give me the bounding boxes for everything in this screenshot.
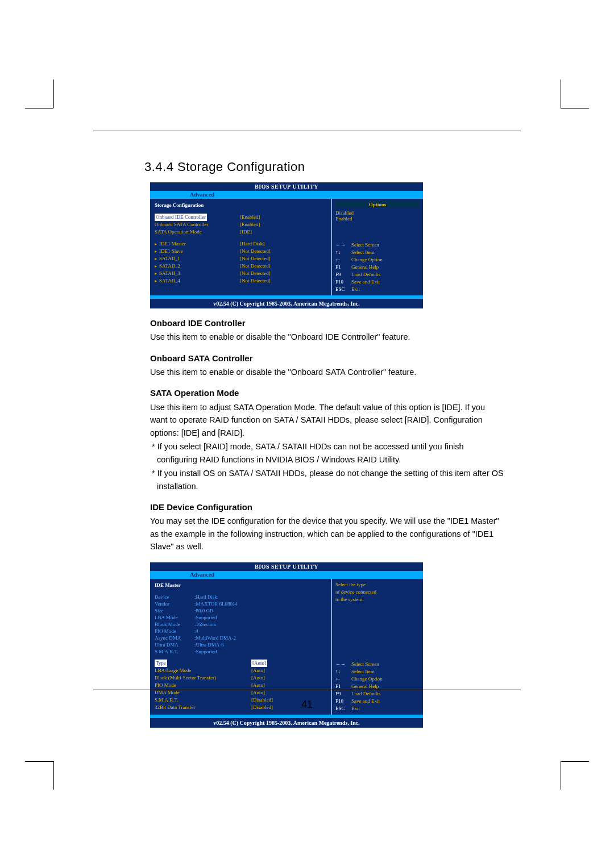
body-text: Onboard IDE Controller Use this item to … (150, 316, 504, 553)
note-os: * If you install OS on SATA / SATAII HDD… (157, 467, 504, 493)
bios-device-row[interactable]: SATAII_1[Not Detected] (155, 255, 326, 262)
bios-pane-title: Storage Configuration (155, 202, 326, 208)
bios-tab-advanced[interactable]: Advanced (150, 571, 423, 579)
bios-info-row: Ultra DMA:Ultra DMA-6 (155, 641, 326, 648)
bios-pane-title: IDE Master (155, 582, 326, 588)
bios-left-pane: Storage Configuration Onboard IDE Contro… (150, 199, 331, 295)
bios-key-legend: ←→Select Screen↑↓Select Item+-Change Opt… (335, 241, 420, 293)
bios-info-row: Vendor:MAXTOR 6L080J4 (155, 600, 326, 607)
bios-device-row[interactable]: IDE1 Slave[Not Detected] (155, 248, 326, 255)
heading-sata-mode: SATA Operation Mode (150, 386, 504, 399)
heading-ide-config: IDE Device Configuration (150, 500, 504, 514)
bios-setting-row[interactable]: Onboard SATA Controller[Enabled] (155, 221, 326, 228)
para-ide-config: You may set the IDE configuration for th… (150, 515, 504, 553)
para-onboard-sata: Use this item to enable or disable the "… (150, 366, 504, 378)
bios-screenshot-storage: BIOS SETUP UTILITY Advanced Storage Conf… (150, 182, 423, 308)
option-enabled[interactable]: Enabled (335, 216, 420, 222)
bios-title-bar: BIOS SETUP UTILITY (150, 562, 423, 571)
bios-right-pane: Options Disabled Enabled ←→Select Screen… (331, 199, 423, 295)
page-content: 3.4.4 Storage Configuration BIOS SETUP U… (93, 131, 521, 728)
bios-help-text: Select the typeof device connectedto the… (335, 581, 420, 603)
bios-setting-row[interactable]: PIO Mode[Auto] (155, 682, 326, 689)
para-sata-mode: Use this item to adjust SATA Operation M… (150, 401, 504, 439)
option-disabled[interactable]: Disabled (335, 210, 420, 216)
heading-onboard-ide: Onboard IDE Controller (150, 316, 504, 329)
bios-info-row: LBA Mode:Supported (155, 614, 326, 621)
bios-setting-row[interactable]: Type[Auto] (155, 660, 326, 667)
bios-footer: v02.54 (C) Copyright 1985-2003, American… (150, 299, 423, 308)
bios-setting-row[interactable]: Onboard IDE Controller[Enabled] (155, 214, 326, 221)
bios-device-row[interactable]: IDE1 Master[Hard Disk] (155, 240, 326, 248)
bios-info-row: Size:80.0 GB (155, 607, 326, 614)
bios-right-pane: Select the typeof device connectedto the… (331, 579, 423, 715)
para-onboard-ide: Use this item to enable or disable the "… (150, 331, 504, 343)
bios-info-row: Async DMA:MultiWord DMA-2 (155, 635, 326, 641)
bios-tab-advanced[interactable]: Advanced (150, 191, 423, 199)
page-number: 41 (93, 699, 521, 711)
bios-setting-row[interactable]: Block (Multi-Sector Transfer)[Auto] (155, 674, 326, 682)
bios-setting-row[interactable]: SATA Operation Mode[IDE] (155, 228, 326, 236)
bios-info-row: S.M.A.R.T.:Supported (155, 648, 326, 655)
bios-title-bar: BIOS SETUP UTILITY (150, 182, 423, 191)
bios-info-row: Device:Hard Disk (155, 594, 326, 600)
bios-left-pane: IDE Master Device:Hard DiskVendor:MAXTOR… (150, 579, 331, 715)
bios-device-row[interactable]: SATAII_4[Not Detected] (155, 277, 326, 285)
note-raid: * If you select [RAID] mode, SATA / SATA… (157, 440, 504, 466)
options-title: Options (335, 201, 420, 208)
bios-device-row[interactable]: SATAII_3[Not Detected] (155, 270, 326, 277)
bios-info-row: Block Mode:16Sectors (155, 621, 326, 628)
bios-footer: v02.54 (C) Copyright 1985-2003, American… (150, 718, 423, 728)
bios-setting-row[interactable]: LBA/Large Mode[Auto] (155, 667, 326, 674)
section-heading: 3.4.4 Storage Configuration (144, 160, 521, 174)
bios-info-row: PIO Mode:4 (155, 628, 326, 635)
bios-device-row[interactable]: SATAII_2[Not Detected] (155, 262, 326, 270)
heading-onboard-sata: Onboard SATA Controller (150, 352, 504, 365)
